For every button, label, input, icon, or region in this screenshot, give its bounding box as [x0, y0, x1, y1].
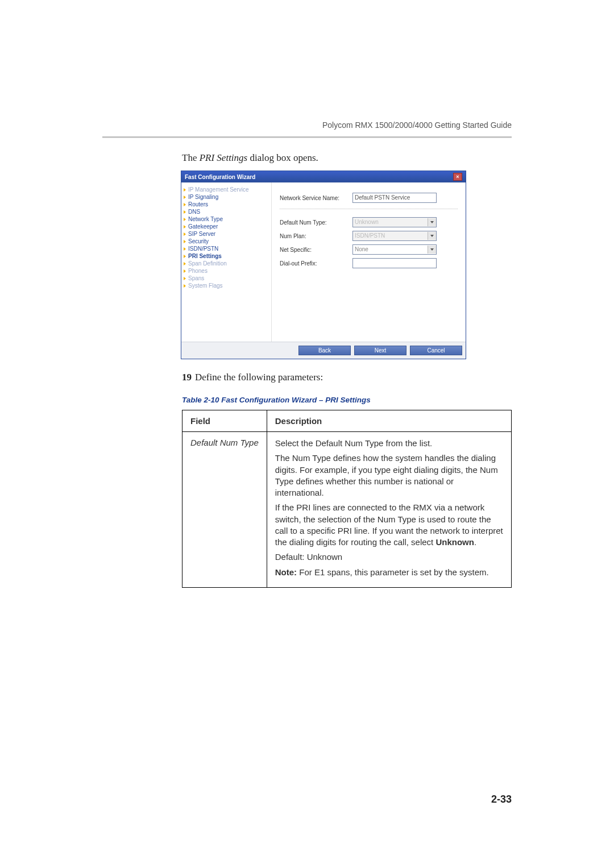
- nav-label: System Flags: [188, 283, 223, 289]
- close-icon[interactable]: ×: [453, 173, 462, 181]
- chevron-right-icon: [184, 277, 186, 280]
- nav-label: PRI Settings: [188, 253, 222, 259]
- nav-label: IP Signaling: [188, 194, 218, 200]
- chevron-right-icon: [184, 269, 186, 273]
- nav-phones[interactable]: Phones: [184, 267, 269, 275]
- label-default-num-type: Default Num Type:: [280, 219, 348, 226]
- nav-routers[interactable]: Routers: [184, 201, 269, 208]
- row-num-plan: Num Plan: ISDN/PSTN: [280, 231, 458, 241]
- select-default-num-type[interactable]: Unknown: [352, 217, 437, 227]
- next-button[interactable]: Next: [354, 346, 406, 355]
- input-service-name[interactable]: Default PSTN Service: [352, 193, 437, 203]
- dialog-form: Network Service Name: Default PSTN Servi…: [272, 182, 466, 342]
- dialog-body: IP Management Service IP Signaling Route…: [181, 182, 466, 342]
- nav-label: DNS: [188, 209, 200, 215]
- row-default-num-type: Default Num Type: Unknown: [280, 217, 458, 227]
- nav-security[interactable]: Security: [184, 238, 269, 245]
- chevron-right-icon: [184, 196, 186, 199]
- desc-bold: Unknown: [435, 537, 474, 547]
- nav-pri-settings[interactable]: PRI Settings: [184, 252, 269, 260]
- nav-gatekeeper[interactable]: Gatekeeper: [184, 223, 269, 230]
- col-field: Field: [182, 410, 267, 432]
- wizard-nav: IP Management Service IP Signaling Route…: [181, 182, 272, 342]
- step-number: 19: [182, 372, 192, 383]
- desc-p4: Default: Unknown: [275, 551, 503, 563]
- chevron-right-icon: [184, 255, 186, 258]
- nav-isdn-pstn[interactable]: ISDN/PSTN: [184, 245, 269, 252]
- chevron-right-icon: [184, 188, 186, 192]
- chevron-down-icon: [428, 218, 436, 226]
- step-text: Define the following parameters:: [195, 372, 323, 383]
- nav-label: IP Management Service: [188, 186, 249, 193]
- desc-p5: Note: For E1 spans, this parameter is se…: [275, 567, 503, 578]
- table-row: Default Num Type Select the Default Num …: [182, 432, 512, 588]
- desc-p3: If the PRI lines are connected to the RM…: [275, 502, 503, 548]
- nav-label: Phones: [188, 268, 208, 274]
- nav-label: SIP Server: [188, 231, 215, 237]
- chevron-right-icon: [184, 284, 186, 288]
- nav-label: Network Type: [188, 216, 223, 222]
- nav-dns[interactable]: DNS: [184, 208, 269, 215]
- desc-span: .: [474, 537, 476, 547]
- select-value: ISDN/PSTN: [355, 231, 385, 240]
- chevron-right-icon: [184, 247, 186, 251]
- cancel-button[interactable]: Cancel: [410, 346, 462, 355]
- desc-span: For E1 spans, this parameter is set by t…: [297, 567, 489, 577]
- chevron-down-icon: [428, 246, 436, 254]
- nav-label: Spans: [188, 275, 204, 281]
- cell-field: Default Num Type: [182, 432, 267, 588]
- nav-network-type[interactable]: Network Type: [184, 215, 269, 223]
- select-num-plan[interactable]: ISDN/PSTN: [352, 231, 437, 241]
- chevron-right-icon: [184, 203, 186, 206]
- nav-label: Span Definition: [188, 260, 227, 267]
- back-button[interactable]: Back: [298, 346, 351, 355]
- row-service-name: Network Service Name: Default PSTN Servi…: [280, 193, 458, 203]
- chevron-right-icon: [184, 225, 186, 229]
- nav-label: Routers: [188, 201, 208, 207]
- chevron-right-icon: [184, 232, 186, 236]
- document-page: Polycom RMX 1500/2000/4000 Getting Start…: [0, 0, 614, 868]
- input-dialout-prefix[interactable]: [352, 258, 437, 268]
- select-value: Unknown: [355, 218, 379, 227]
- label-service-name: Network Service Name:: [280, 195, 348, 201]
- intro-prefix: The: [182, 152, 200, 163]
- dialog-title-text: Fast Configuration Wizard: [185, 174, 255, 180]
- dialog-footer: Back Next Cancel: [181, 342, 466, 359]
- step-19: 19Define the following parameters:: [182, 372, 512, 383]
- select-net-specific[interactable]: None: [352, 244, 437, 255]
- nav-span-definition[interactable]: Span Definition: [184, 260, 269, 267]
- chevron-right-icon: [184, 262, 186, 265]
- dialog-titlebar: Fast Configuration Wizard ×: [181, 171, 466, 182]
- header-rule: [102, 136, 512, 138]
- chevron-right-icon: [184, 210, 186, 214]
- running-header: Polycom RMX 1500/2000/4000 Getting Start…: [322, 121, 512, 130]
- nav-ip-mgmt[interactable]: IP Management Service: [184, 186, 269, 193]
- pri-settings-dialog: Fast Configuration Wizard × IP Managemen…: [181, 171, 466, 359]
- desc-p2: The Num Type defines how the system hand…: [275, 452, 503, 499]
- intro-suffix: dialog box opens.: [247, 152, 318, 163]
- nav-ip-signaling[interactable]: IP Signaling: [184, 193, 269, 201]
- nav-system-flags[interactable]: System Flags: [184, 282, 269, 289]
- chevron-right-icon: [184, 218, 186, 221]
- caption-rest: Fast Configuration Wizard – PRI Settings: [219, 396, 371, 404]
- nav-label: Security: [188, 238, 209, 244]
- pri-settings-table: Field Description Default Num Type Selec…: [182, 410, 512, 588]
- page-number: 2-33: [491, 794, 512, 805]
- desc-note-label: Note:: [275, 567, 297, 577]
- col-description: Description: [267, 410, 511, 432]
- intro-italic: PRI Settings: [200, 152, 248, 163]
- table-header-row: Field Description: [182, 410, 512, 432]
- label-num-plan: Num Plan:: [280, 233, 348, 239]
- separator: [280, 209, 458, 209]
- nav-sip-server[interactable]: SIP Server: [184, 230, 269, 238]
- row-dialout-prefix: Dial-out Prefix:: [280, 258, 458, 268]
- intro-sentence: The PRI Settings dialog box opens.: [182, 152, 512, 164]
- label-dialout-prefix: Dial-out Prefix:: [280, 260, 348, 267]
- select-value: None: [355, 245, 368, 254]
- nav-label: Gatekeeper: [188, 223, 218, 230]
- caption-prefix: Table 2-10: [182, 396, 219, 404]
- chevron-down-icon: [428, 232, 436, 240]
- label-net-specific: Net Specific:: [280, 247, 348, 253]
- desc-p1: Select the Default Num Type from the lis…: [275, 438, 503, 449]
- nav-spans[interactable]: Spans: [184, 275, 269, 282]
